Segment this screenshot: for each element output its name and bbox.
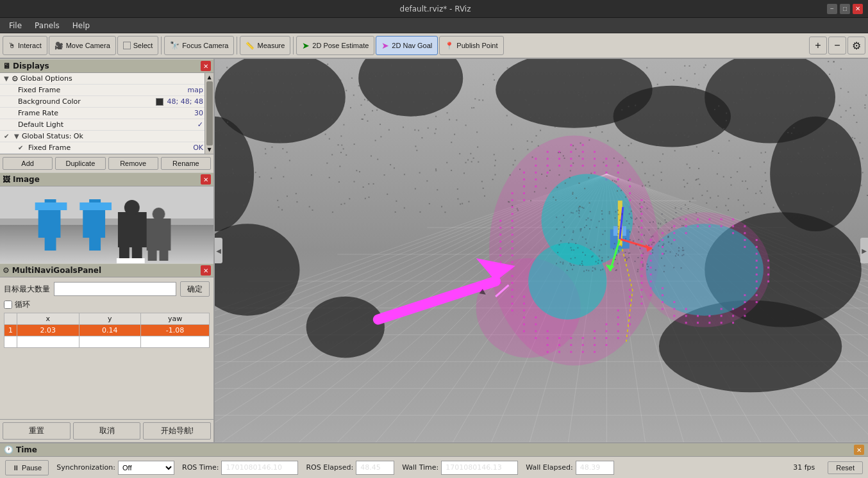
sync-label: Synchronization: [56, 463, 115, 472]
rename-display-button[interactable]: Rename [161, 157, 211, 170]
sync-select[interactable]: Off Approximate Exact [118, 461, 174, 475]
col-y: y [79, 313, 141, 325]
confirm-button[interactable]: 确定 [180, 281, 210, 297]
toolbar-sep-3 [293, 37, 294, 54]
ros-time-value: 1701080146.10 [221, 461, 298, 475]
multi-content: 目标最大数量 确定 循环 x y yaw [0, 277, 213, 419]
publish-point-icon: 📍 [445, 42, 454, 50]
interact-button[interactable]: 🖱 Interact [3, 36, 47, 55]
time-icon: 🕐 [4, 445, 13, 454]
multi-bottom-buttons: 重置 取消 开始导航! [0, 419, 213, 442]
add-display-button[interactable]: Add [3, 157, 53, 170]
wall-elapsed-group: Wall Elapsed: 48.39 [526, 461, 613, 475]
scroll-down-icon[interactable]: ▼ [207, 147, 211, 152]
tree-fixed-frame-status[interactable]: ✔ Fixed Frame OK [0, 142, 204, 154]
main-layout: 🖥 Displays ✕ ▼ ⚙ Global Options [0, 59, 868, 442]
publish-point-button[interactable]: 📍 Publish Point [439, 36, 503, 55]
ros-time-label: ROS Time: [182, 463, 219, 472]
displays-monitor-icon: 🖥 [3, 62, 10, 70]
maximize-button[interactable]: □ [840, 4, 850, 14]
tree-global-status[interactable]: ✔ ▼ Global Status: Ok [0, 131, 204, 142]
goal-row[interactable]: 1 2.03 0.14 -1.08 [4, 325, 210, 336]
menu-panels[interactable]: Panels [28, 20, 66, 31]
ros-elapsed-group: ROS Elapsed: 48.45 [306, 461, 394, 475]
toolbar-minus-button[interactable]: − [828, 37, 846, 54]
reset-goals-button[interactable]: 重置 [3, 422, 71, 440]
titlebar: default.rviz* - RViz − □ ✕ [0, 0, 868, 18]
image-panel-title: 🖼 Image [3, 175, 40, 184]
tree-expand-global[interactable]: ▼ [4, 75, 12, 82]
pause-icon: ⏸ [12, 464, 19, 472]
multi-close-button[interactable]: ✕ [201, 265, 211, 276]
measure-button[interactable]: 📏 Measure [240, 36, 290, 55]
image-panel: 🖼 Image ✕ [0, 172, 213, 263]
tree-default-light[interactable]: Default Light ✓ [0, 119, 204, 131]
pose-estimate-icon: ➤ [302, 40, 310, 51]
image-panel-header: 🖼 Image ✕ [0, 172, 213, 186]
menu-help[interactable]: Help [66, 20, 96, 31]
time-close-button[interactable]: ✕ [854, 445, 864, 455]
displays-buttons: Add Duplicate Remove Rename [0, 154, 213, 172]
displays-close-button[interactable]: ✕ [201, 61, 211, 71]
select-button[interactable]: Select [117, 36, 159, 55]
nav-goal-label: 2D Nav Goal [392, 42, 432, 49]
wall-time-value: 1701080146.13 [441, 461, 518, 475]
ros-elapsed-value: 48.45 [356, 461, 394, 475]
focus-camera-button[interactable]: 🔭 Focus Camera [164, 36, 234, 55]
move-camera-button[interactable]: 🎥 Move Camera [49, 36, 116, 55]
multi-icon: ⚙ [3, 266, 10, 275]
start-nav-button[interactable]: 开始导航! [143, 422, 211, 440]
3d-viewport[interactable]: ◀ ▶ [215, 59, 868, 442]
loop-checkbox[interactable] [4, 301, 12, 309]
minimize-button[interactable]: − [827, 4, 837, 14]
interact-icon: 🖱 [8, 42, 15, 49]
image-close-button[interactable]: ✕ [201, 174, 211, 185]
toolbar-add-button[interactable]: + [809, 37, 827, 54]
duplicate-display-button[interactable]: Duplicate [55, 157, 105, 170]
max-goals-input[interactable] [54, 282, 176, 296]
multi-panel: ⚙ MultiNaviGoalsPanel ✕ 目标最大数量 确定 循环 [0, 263, 213, 442]
nav-goal-button[interactable]: ➤ 2D Nav Goal [376, 36, 438, 55]
tree-bg-color[interactable]: Background Color 48; 48; 48 [0, 96, 204, 108]
pose-estimate-label: 2D Pose Estimate [312, 42, 369, 49]
tree-expand-status[interactable]: ▼ [14, 133, 22, 140]
goal-row-empty [4, 336, 210, 348]
remove-display-button[interactable]: Remove [108, 157, 158, 170]
goal-x: 2.03 [17, 325, 79, 336]
ff-status-check: ✔ [18, 144, 27, 151]
toolbar-sep-2 [237, 37, 237, 54]
goals-table: x y yaw 1 2.03 0.14 -1.08 [4, 313, 210, 348]
focus-camera-icon: 🔭 [170, 41, 179, 50]
col-x: x [17, 313, 79, 325]
col-yaw: yaw [141, 313, 210, 325]
displays-panel: 🖥 Displays ✕ ▼ ⚙ Global Options [0, 59, 213, 172]
toolbar: 🖱 Interact 🎥 Move Camera Select 🔭 Focus … [0, 33, 868, 59]
close-window-button[interactable]: ✕ [853, 4, 863, 14]
goal-yaw: -1.08 [141, 325, 210, 336]
tree-global-options[interactable]: ▼ ⚙ Global Options [0, 73, 204, 85]
tree-frame-rate[interactable]: Frame Rate 30 [0, 108, 204, 119]
reset-time-button[interactable]: Reset [828, 461, 863, 474]
wall-elapsed-value: 48.39 [576, 461, 614, 475]
focus-camera-label: Focus Camera [182, 42, 228, 49]
select-label: Select [133, 42, 153, 49]
pose-estimate-button[interactable]: ➤ 2D Pose Estimate [296, 36, 374, 55]
time-panel-header: 🕐 Time ✕ [0, 443, 868, 457]
menu-file[interactable]: File [3, 20, 28, 31]
measure-icon: 📏 [246, 42, 255, 50]
multi-panel-title: ⚙ MultiNaviGoalsPanel [3, 266, 101, 275]
toolbar-settings-button[interactable]: ⚙ [847, 37, 865, 54]
wall-time-group: Wall Time: 1701080146.13 [402, 461, 518, 475]
global-status-check: ✔ [4, 133, 13, 140]
viewport-left-arrow[interactable]: ◀ [215, 238, 222, 263]
pause-button[interactable]: ⏸ Pause [5, 460, 49, 475]
window-title: default.rviz* - RViz [44, 4, 827, 13]
cancel-goals-button[interactable]: 取消 [73, 422, 141, 440]
col-index [4, 313, 17, 325]
loop-label: 循环 [15, 299, 30, 310]
viewport-right-arrow[interactable]: ▶ [860, 238, 868, 263]
max-goals-row: 目标最大数量 确定 [4, 281, 210, 297]
scroll-up-icon[interactable]: ▲ [207, 74, 211, 80]
wall-time-label: Wall Time: [402, 463, 438, 472]
tree-fixed-frame[interactable]: Fixed Frame map [0, 85, 204, 96]
